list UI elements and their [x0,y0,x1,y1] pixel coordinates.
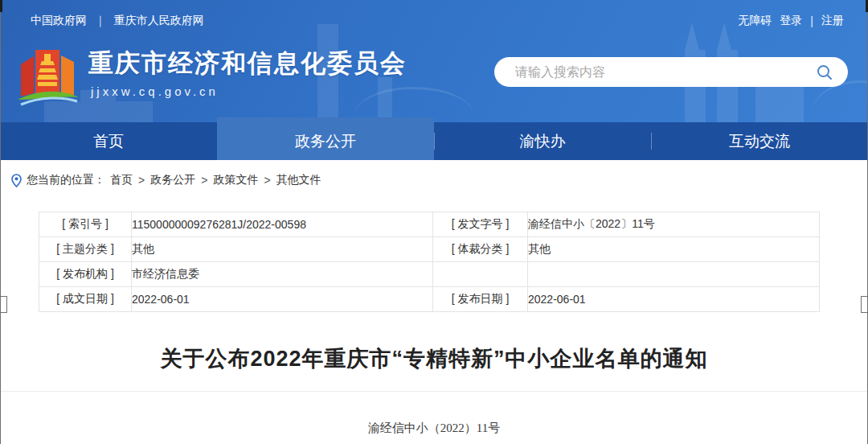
meta-label-written-date: [ 成文日期 ] [39,287,132,312]
breadcrumb-item-home[interactable]: 首页 [110,173,133,187]
nav-divider [651,133,652,150]
search-icon[interactable] [814,62,835,83]
screenshot-selection-edge [0,0,1,444]
table-row: [ 发布机构 ] 市经济信息委 [39,262,820,287]
breadcrumb: 您当前的位置： 首页 > 政务公开 > 政策文件 > 其他文件 [0,160,868,187]
nav-divider [434,133,435,150]
nav-tab-zhengwu[interactable]: 政务公开 [217,117,434,160]
nav-tab-home[interactable]: 首页 [0,122,217,160]
site-header-banner: 中国政府网 ｜ 重庆市人民政府网 无障碍 登录 | 注册 [0,0,868,122]
section-divider [0,391,868,392]
meta-value-publisher: 市经济信息委 [132,262,433,287]
meta-label-empty [433,262,528,287]
breadcrumb-separator: > [201,174,207,187]
nav-tab-label: 政务公开 [295,131,356,152]
meta-label-topic-class: [ 主题分类 ] [39,237,132,262]
site-logo-icon [14,43,82,117]
page: 中国政府网 ｜ 重庆市人民政府网 无障碍 登录 | 注册 [0,0,868,444]
breadcrumb-item-other-files[interactable]: 其他文件 [276,173,321,187]
meta-label-genre-class: [ 体裁分类 ] [433,237,528,262]
breadcrumb-prefix: 您当前的位置： [27,173,105,187]
document-number: 渝经信中小（2022）11号 [0,421,868,436]
search-box [494,57,848,87]
site-title: 重庆市经济和信息化委员会 [88,50,407,77]
link-china-gov[interactable]: 中国政府网 [31,14,87,28]
screenshot-selection-handle [861,296,868,313]
meta-value-topic-class: 其他 [132,237,433,262]
location-pin-icon [11,174,22,187]
brand-text: 重庆市经济和信息化委员会 jjxxw.cq.gov.cn [88,43,407,98]
topbar-left-links: 中国政府网 ｜ 重庆市人民政府网 [31,14,204,28]
nav-tab-label: 首页 [93,131,124,152]
link-register[interactable]: 注册 [821,14,844,28]
meta-label-index-no: [ 索引号 ] [39,212,132,237]
table-row: [ 主题分类 ] 其他 [ 体裁分类 ] 其他 [39,237,820,262]
meta-label-publisher: [ 发布机构 ] [39,262,132,287]
site-brand[interactable]: 重庆市经济和信息化委员会 jjxxw.cq.gov.cn [14,43,407,117]
meta-value-written-date: 2022-06-01 [132,287,433,312]
topbar-login-divider: | [810,14,813,27]
nav-tab-yukuaiban[interactable]: 渝快办 [434,122,651,160]
main-nav: 首页 政务公开 渝快办 互动交流 [0,122,868,160]
nav-tab-label: 渝快办 [520,131,566,152]
meta-label-doc-no: [ 发文字号 ] [433,212,528,237]
breadcrumb-separator: > [264,174,270,187]
site-domain: jjxxw.cq.gov.cn [91,84,407,98]
nav-tab-label: 互动交流 [729,131,790,152]
meta-label-publish-date: [ 发布日期 ] [433,287,528,312]
link-accessibility[interactable]: 无障碍 [738,14,772,28]
search-input[interactable] [514,64,814,80]
meta-value-publish-date: 2022-06-01 [528,287,820,312]
meta-value-index-no: 11500000009276281J/2022-00598 [132,212,433,237]
link-login[interactable]: 登录 [780,14,802,28]
screenshot-crop-mark [0,0,2,12]
breadcrumb-item-policy-files[interactable]: 政策文件 [213,173,258,187]
page-title: 关于公布2022年重庆市“专精特新”中小企业名单的通知 [0,344,868,373]
breadcrumb-item-zhengwu[interactable]: 政务公开 [150,173,195,187]
meta-value-doc-no: 渝经信中小〔2022〕11号 [528,212,820,237]
table-row: [ 索引号 ] 11500000009276281J/2022-00598 [ … [39,212,820,237]
nav-tab-hudong[interactable]: 互动交流 [651,122,868,160]
table-row: [ 成文日期 ] 2022-06-01 [ 发布日期 ] 2022-06-01 [39,287,820,312]
link-cq-gov[interactable]: 重庆市人民政府网 [114,14,204,28]
screenshot-selection-handle [0,296,7,313]
breadcrumb-separator: > [138,174,145,187]
topbar: 中国政府网 ｜ 重庆市人民政府网 无障碍 登录 | 注册 [0,0,868,37]
meta-value-empty [528,262,820,287]
topbar-divider: ｜ [95,14,106,28]
content-area: 您当前的位置： 首页 > 政务公开 > 政策文件 > 其他文件 [ 索引号 ] … [0,160,868,436]
meta-value-genre-class: 其他 [528,237,820,262]
topbar-right-links: 无障碍 登录 | 注册 [738,14,844,28]
document-meta-table: [ 索引号 ] 11500000009276281J/2022-00598 [ … [39,212,820,312]
